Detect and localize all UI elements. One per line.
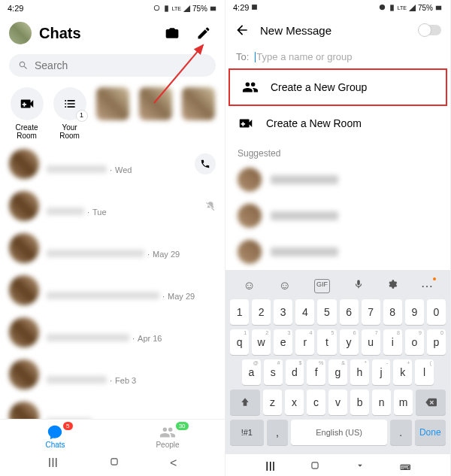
key-q[interactable]: q1 <box>230 329 249 355</box>
chat-row[interactable]: ·May 29 <box>0 227 225 269</box>
android-nav-bar: III < <box>0 450 225 476</box>
chat-name <box>47 407 144 416</box>
key-2[interactable]: 2 <box>252 299 271 325</box>
key-5[interactable]: 5 <box>317 299 336 325</box>
keyboard-down-button[interactable] <box>355 460 365 474</box>
story-item[interactable] <box>180 87 216 140</box>
svg-rect-4 <box>436 5 441 10</box>
chat-list[interactable]: ·Wed ·Tue ·May 29 <box>0 143 225 419</box>
svg-rect-1 <box>110 459 117 465</box>
key-t[interactable]: t5 <box>317 329 336 355</box>
chat-preview <box>47 165 107 173</box>
key-o[interactable]: o9 <box>405 329 424 355</box>
home-button[interactable] <box>109 456 120 470</box>
key-p[interactable]: p0 <box>427 329 446 355</box>
key-g[interactable]: g& <box>328 359 347 385</box>
search-input[interactable] <box>35 59 207 71</box>
stories-row[interactable]: Create Room 1 Your Room <box>0 81 225 143</box>
chat-row[interactable]: ·Tue <box>0 185 225 227</box>
period-key[interactable]: . <box>390 420 412 445</box>
story-item[interactable] <box>95 87 130 140</box>
gif-button[interactable]: GIF <box>314 279 330 293</box>
backspace-key[interactable] <box>416 390 446 415</box>
key-4[interactable]: 4 <box>295 299 314 325</box>
key-l[interactable]: l( <box>415 359 434 385</box>
chat-row[interactable]: ·Feb 3 <box>0 353 225 396</box>
key-k[interactable]: k+ <box>393 359 412 385</box>
camera-button[interactable] <box>160 21 184 45</box>
back-button[interactable]: < <box>170 456 177 470</box>
create-new-room[interactable]: Create a New Room <box>226 106 450 141</box>
key-x[interactable]: x <box>285 390 304 415</box>
sticker-button[interactable]: ☺ <box>279 279 291 293</box>
settings-button[interactable] <box>387 279 398 293</box>
key-8[interactable]: 8 <box>383 299 402 325</box>
back-arrow-icon[interactable] <box>235 23 250 38</box>
chat-row[interactable]: ·May 29 <box>0 269 225 311</box>
key-v[interactable]: v <box>328 390 347 415</box>
key-f[interactable]: f% <box>307 359 325 385</box>
create-room-story[interactable]: Create Room <box>9 87 44 140</box>
status-time: 4:29 <box>233 3 258 12</box>
to-input[interactable]: Type a name or group <box>256 51 352 62</box>
done-key[interactable]: Done <box>415 420 446 445</box>
nav-chats[interactable]: 5 Chats <box>45 424 65 449</box>
key-7[interactable]: 7 <box>362 299 380 325</box>
symbol-key[interactable]: !#1 <box>230 420 264 445</box>
nav-people[interactable]: 30 People <box>156 424 179 449</box>
key-6[interactable]: 6 <box>340 299 359 325</box>
key-u[interactable]: u7 <box>362 329 380 355</box>
more-button[interactable]: ⋯ <box>421 279 433 293</box>
new-message-header: New Message <box>226 15 450 45</box>
key-w[interactable]: w2 <box>252 329 271 355</box>
shift-key[interactable] <box>230 390 260 415</box>
key-i[interactable]: i8 <box>383 329 402 355</box>
comma-key[interactable]: , <box>267 420 289 445</box>
key-z[interactable]: z <box>263 390 282 415</box>
key-b[interactable]: b <box>350 390 369 415</box>
home-button[interactable] <box>310 460 320 474</box>
key-h[interactable]: h* <box>350 359 369 385</box>
key-d[interactable]: d$ <box>286 359 304 385</box>
suggested-contact[interactable] <box>226 234 450 270</box>
key-1[interactable]: 1 <box>230 299 249 325</box>
search-box[interactable] <box>9 54 216 77</box>
key-y[interactable]: y6 <box>340 329 359 355</box>
chat-dot: · <box>147 250 150 259</box>
chat-row[interactable]: ·Jan 6 <box>0 396 225 419</box>
space-key[interactable]: English (US) <box>291 420 387 445</box>
call-button[interactable] <box>195 153 216 174</box>
emoji-button[interactable]: ☺ <box>243 279 255 293</box>
story-label: Create Room <box>9 123 44 140</box>
key-e[interactable]: e3 <box>274 329 292 355</box>
key-r[interactable]: r4 <box>295 329 314 355</box>
key-c[interactable]: c <box>307 390 325 415</box>
key-3[interactable]: 3 <box>274 299 292 325</box>
suggested-contact[interactable] <box>226 162 450 198</box>
mic-button[interactable] <box>353 279 364 293</box>
key-n[interactable]: n <box>372 390 391 415</box>
key-s[interactable]: s# <box>264 359 283 385</box>
key-j[interactable]: j- <box>372 359 391 385</box>
keyboard-switch-button[interactable]: ⌨ <box>400 463 410 471</box>
create-new-group[interactable]: Create a New Group <box>229 68 447 106</box>
chat-row[interactable]: ·Wed <box>0 143 225 185</box>
secret-toggle[interactable] <box>419 25 441 35</box>
key-9[interactable]: 9 <box>405 299 424 325</box>
recents-button[interactable]: III <box>265 460 275 474</box>
suggested-contact[interactable] <box>226 198 450 234</box>
chat-dot: · <box>132 334 135 343</box>
key-0[interactable]: 0 <box>427 299 446 325</box>
key-m[interactable]: m <box>394 390 413 415</box>
recents-button[interactable]: III <box>48 456 58 470</box>
compose-button[interactable] <box>192 21 216 45</box>
keyboard-toolbar: ☺ ☺ GIF ⋯ <box>229 274 447 299</box>
profile-avatar[interactable] <box>9 22 32 44</box>
video-plus-icon <box>19 96 35 112</box>
story-item[interactable] <box>138 87 173 140</box>
key-a[interactable]: a@ <box>242 359 261 385</box>
status-bar: 4:29 LTE 75% <box>226 0 450 15</box>
chat-row[interactable]: ·Apr 16 <box>0 311 225 353</box>
svg-rect-5 <box>312 462 318 468</box>
your-room-story[interactable]: 1 Your Room <box>52 87 87 140</box>
